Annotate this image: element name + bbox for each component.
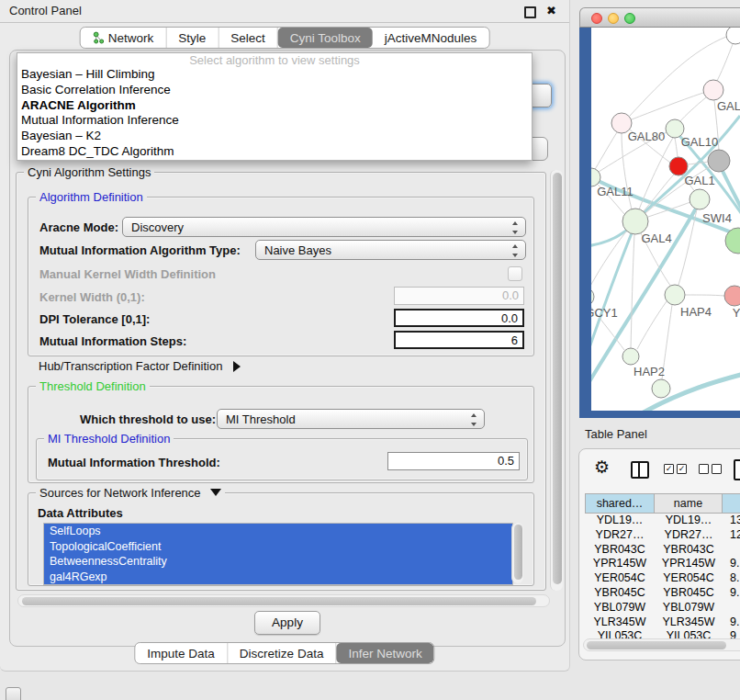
table-row[interactable]: YIL053CYIL053C9 <box>585 629 740 638</box>
unselect-all-columns-icon[interactable] <box>699 464 722 474</box>
mi-algorithm-type-combo[interactable]: Naive Bayes <box>255 240 526 260</box>
algorithm-option[interactable]: Bayesian – Hill Climbing <box>17 67 532 83</box>
network-node[interactable] <box>724 286 740 306</box>
zoom-traffic-light[interactable] <box>624 13 635 24</box>
network-node[interactable] <box>708 150 730 172</box>
tab-jactivemnodules[interactable]: jActiveMNodules <box>373 28 489 48</box>
columns-icon[interactable] <box>631 461 649 479</box>
mi-steps-field[interactable]: 6 <box>394 331 524 349</box>
node-label: GAL11 <box>597 185 633 198</box>
which-threshold-combo[interactable]: MI Threshold <box>217 409 485 429</box>
attribute-list-item[interactable]: SelfLoops <box>44 524 512 539</box>
algorithm-option[interactable]: ARACNE Algorithm <box>17 98 532 114</box>
network-node[interactable] <box>703 80 723 100</box>
network-edge[interactable] <box>631 234 634 348</box>
tab-infer-network[interactable]: Infer Network <box>336 643 433 663</box>
which-threshold-label: Which threshold to use: <box>80 412 216 426</box>
table-panel: ⚙ ✓✓ shared…name YDL19…YDL19…13YDR27…YDR… <box>578 448 740 660</box>
attributes-list-scrollbar[interactable] <box>511 523 523 583</box>
close-icon[interactable]: ✖ <box>546 5 556 17</box>
network-edge[interactable] <box>685 295 724 296</box>
control-panel-titlebar: Control Panel ✖ <box>0 0 569 23</box>
close-traffic-light[interactable] <box>591 13 602 24</box>
table-row[interactable]: YBR043CYBR043C <box>585 543 740 558</box>
mi-threshold-label: Mutual Information Threshold: <box>48 456 220 469</box>
mi-threshold-field[interactable]: 0.5 <box>387 452 520 470</box>
table-row[interactable]: YPR145WYPR145W9. <box>585 557 740 571</box>
attribute-list-item[interactable]: gal4RGexp <box>44 570 512 585</box>
dpi-tolerance-field[interactable]: 0.0 <box>394 309 524 327</box>
minimized-panel-icon[interactable] <box>6 687 21 700</box>
network-window-titlebar[interactable] <box>579 7 740 28</box>
algorithm-option[interactable]: Dream8 DC_TDC Algorithm <box>17 144 532 160</box>
node-label: Y <box>733 306 740 320</box>
network-node[interactable] <box>665 285 685 305</box>
tab-style[interactable]: Style <box>166 28 219 48</box>
table-row[interactable]: YDL19…YDL19…13 <box>585 514 740 528</box>
table-row[interactable]: YDR27…YDR27…12 <box>585 528 740 543</box>
manual-kernel-checkbox[interactable] <box>508 266 522 281</box>
attribute-list-item[interactable]: TopologicalCoefficient <box>44 539 512 555</box>
combo-arrows-icon <box>511 221 519 234</box>
network-node[interactable] <box>591 288 594 306</box>
tab-select[interactable]: Select <box>219 28 278 48</box>
table-row[interactable]: YBR045CYBR045C9. <box>585 586 740 601</box>
tab-network[interactable]: Network <box>81 28 167 48</box>
mi-threshold-group-title: MI Threshold Definition <box>44 432 174 446</box>
sources-toggle[interactable]: Sources for Network Inference <box>36 486 225 500</box>
apply-button[interactable]: Apply <box>254 611 320 635</box>
tab-discretize-data[interactable]: Discretize Data <box>228 643 337 663</box>
network-edge[interactable] <box>675 138 678 157</box>
hub-section-label: Hub/Transcription Factor Definition <box>39 359 222 373</box>
collapsed-arrow-icon <box>233 361 241 372</box>
network-canvas[interactable]: GALGAL80GAL10GAL1GAL11SWI4GAL4GCY1HAP4YH… <box>591 28 740 411</box>
tab-impute-data[interactable]: Impute Data <box>135 643 228 663</box>
network-node[interactable] <box>622 209 648 234</box>
settings-horizontal-scrollbar[interactable] <box>17 594 550 607</box>
data-attributes-list[interactable]: SelfLoopsTopologicalCoefficientBetweenne… <box>43 523 513 585</box>
network-edge[interactable] <box>717 44 733 81</box>
tab-cyni-toolbox[interactable]: Cyni Toolbox <box>278 28 373 48</box>
network-node[interactable] <box>690 189 710 209</box>
column-header[interactable]: name <box>655 493 723 514</box>
network-edge[interactable] <box>632 93 703 119</box>
panel-title: Control Panel <box>9 4 82 17</box>
network-node[interactable] <box>591 168 600 186</box>
network-edge[interactable] <box>594 132 617 171</box>
select-all-columns-icon[interactable]: ✓✓ <box>664 464 687 474</box>
dpi-tolerance-label: DPI Tolerance [0,1]: <box>39 312 150 326</box>
column-header[interactable]: shared… <box>585 493 655 514</box>
hub-section-toggle[interactable]: Hub/Transcription Factor Definition <box>39 359 241 373</box>
mi-steps-label: Mutual Information Steps: <box>39 334 186 348</box>
network-edge[interactable] <box>630 37 726 116</box>
network-edge[interactable] <box>679 97 706 122</box>
control-panel-tabbar: NetworkStyleSelectCyni ToolboxjActiveMNo… <box>80 27 490 49</box>
table-row[interactable]: YLR345WYLR345W9. <box>585 615 740 630</box>
minimize-traffic-light[interactable] <box>608 13 619 24</box>
node-label: GAL10 <box>681 135 718 149</box>
aracne-mode-value: Discovery <box>131 220 184 234</box>
node-label: GAL <box>717 99 740 113</box>
network-node[interactable] <box>652 379 670 398</box>
table-row[interactable]: YER054CYER054C8. <box>585 571 740 586</box>
table-row[interactable]: YBL079WYBL079W <box>585 601 740 615</box>
cyni-algorithm-settings-group: Cyni Algorithm Settings Algorithm Defini… <box>16 172 546 591</box>
float-window-icon[interactable] <box>524 6 536 18</box>
algorithm-option[interactable]: Basic Correlation Inference <box>17 83 532 98</box>
algorithm-option[interactable]: Mutual Information Inference <box>17 113 532 129</box>
aracne-mode-combo[interactable]: Discovery <box>122 217 526 237</box>
table-horizontal-scrollbar[interactable] <box>583 638 740 651</box>
aracne-mode-label: Aracne Mode: <box>39 220 118 234</box>
algorithm-option[interactable]: Bayesian – K2 <box>17 129 532 144</box>
network-edge[interactable] <box>637 301 667 349</box>
network-node[interactable] <box>726 28 740 44</box>
mi-algorithm-type-value: Naive Bayes <box>264 243 331 257</box>
network-node[interactable] <box>622 348 639 365</box>
sources-group: Sources for Network Inference Data Attri… <box>28 492 534 586</box>
column-header[interactable] <box>723 493 740 514</box>
settings-vertical-scrollbar[interactable] <box>550 170 563 591</box>
gear-icon[interactable]: ⚙ <box>594 457 610 478</box>
network-node[interactable] <box>669 157 688 175</box>
new-table-icon[interactable] <box>734 459 740 480</box>
attribute-list-item[interactable]: BetweennessCentrality <box>44 554 512 570</box>
